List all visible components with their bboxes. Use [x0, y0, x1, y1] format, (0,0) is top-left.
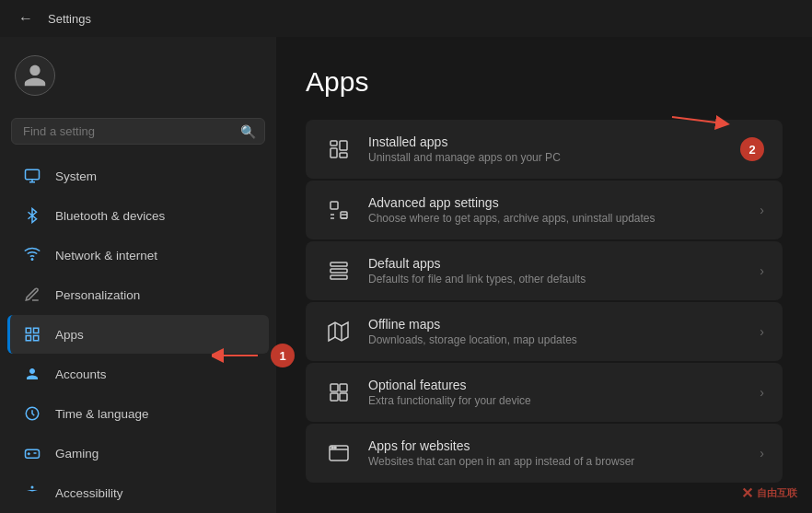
- apps-for-websites-icon: [324, 438, 354, 468]
- svg-point-28: [334, 447, 336, 449]
- apps-icon: [22, 324, 42, 344]
- sidebar-item-bluetooth-label: Bluetooth & devices: [55, 209, 165, 223]
- chevron-icon-default: ›: [760, 263, 764, 278]
- sidebar-item-accounts[interactable]: Accounts: [7, 355, 269, 393]
- chevron-icon: ›: [760, 203, 764, 217]
- svg-rect-9: [331, 141, 337, 146]
- page-title: Apps: [306, 66, 783, 98]
- user-icon: [22, 63, 48, 88]
- advanced-app-settings-subtitle: Choose where to get apps, archive apps, …: [368, 212, 745, 225]
- sidebar-item-accessibility-label: Accessibility: [55, 486, 123, 500]
- svg-rect-24: [331, 393, 338, 401]
- apps-for-websites-text: Apps for websites Websites that can open…: [368, 438, 745, 468]
- installed-apps-icon: [324, 134, 354, 164]
- default-apps-text: Default apps Defaults for file and link …: [368, 256, 745, 286]
- watermark-x: ✕: [741, 484, 753, 502]
- personalization-icon: [22, 285, 42, 305]
- sidebar-item-personalization[interactable]: Personalization: [7, 275, 269, 314]
- svg-rect-11: [340, 141, 347, 150]
- installed-apps-title: Installed apps: [368, 134, 725, 149]
- annotation-arrow-2: [663, 103, 737, 131]
- sidebar-item-accessibility[interactable]: Accessibility: [7, 473, 269, 512]
- sidebar-item-system-label: System: [55, 169, 97, 183]
- system-icon: [22, 166, 42, 186]
- watermark: ✕ 自由互联: [741, 484, 797, 502]
- sidebar-item-bluetooth[interactable]: Bluetooth & devices: [7, 196, 269, 235]
- svg-rect-23: [340, 384, 347, 391]
- sidebar-item-network[interactable]: Network & internet: [7, 236, 269, 274]
- installed-apps-card[interactable]: Installed apps Uninstall and manage apps…: [306, 120, 783, 179]
- offline-maps-title: Offline maps: [368, 317, 745, 332]
- annotation-badge-2: 2: [740, 137, 764, 161]
- svg-rect-25: [340, 393, 347, 401]
- svg-marker-19: [329, 322, 348, 341]
- svg-rect-22: [331, 384, 338, 391]
- svg-point-1: [31, 259, 33, 261]
- offline-maps-card[interactable]: Offline maps Downloads, storage location…: [306, 302, 783, 361]
- svg-rect-10: [331, 148, 337, 157]
- optional-features-subtitle: Extra functionality for your device: [368, 394, 745, 407]
- watermark-text: 自由互联: [757, 486, 797, 500]
- advanced-app-settings-text: Advanced app settings Choose where to ge…: [368, 195, 745, 225]
- apps-for-websites-subtitle: Websites that can open in an app instead…: [368, 455, 745, 468]
- sidebar-item-time-label: Time & language: [55, 407, 149, 421]
- svg-point-27: [331, 447, 333, 449]
- svg-rect-16: [331, 262, 347, 266]
- search-container: 🔍: [0, 111, 276, 156]
- sidebar-item-system[interactable]: System: [7, 157, 269, 195]
- sidebar-item-gaming[interactable]: Gaming: [7, 434, 269, 472]
- sidebar-item-personalization-label: Personalization: [55, 288, 140, 302]
- optional-features-icon: [324, 378, 354, 407]
- default-apps-card[interactable]: Default apps Defaults for file and link …: [306, 241, 783, 300]
- sidebar-item-accounts-label: Accounts: [55, 367, 107, 381]
- svg-rect-14: [331, 202, 338, 209]
- chevron-icon-maps: ›: [760, 324, 764, 339]
- main-layout: 🔍 System Bluetooth & devices: [0, 37, 812, 513]
- sidebar-item-apps[interactable]: Apps: [7, 315, 269, 354]
- network-icon: [22, 245, 42, 265]
- offline-maps-text: Offline maps Downloads, storage location…: [368, 317, 745, 346]
- advanced-settings-icon: [324, 195, 354, 225]
- svg-rect-5: [34, 336, 39, 341]
- default-apps-subtitle: Defaults for file and link types, other …: [368, 273, 745, 286]
- svg-rect-18: [331, 275, 347, 279]
- back-button[interactable]: ←: [15, 7, 37, 29]
- sidebar: 🔍 System Bluetooth & devices: [0, 37, 276, 513]
- svg-line-13: [672, 117, 723, 123]
- svg-rect-0: [26, 169, 40, 180]
- apps-for-websites-title: Apps for websites: [368, 438, 745, 453]
- content-area: Apps Installed apps Uninstall and manage…: [276, 37, 812, 513]
- gaming-icon: [22, 443, 42, 463]
- title-bar: ← Settings: [0, 0, 812, 37]
- optional-features-text: Optional features Extra functionality fo…: [368, 378, 745, 407]
- title-bar-label: Settings: [48, 12, 91, 26]
- optional-features-card[interactable]: Optional features Extra functionality fo…: [306, 363, 783, 422]
- svg-rect-2: [26, 328, 30, 332]
- default-apps-icon: [324, 256, 354, 286]
- svg-rect-3: [34, 328, 39, 332]
- nav-list: System Bluetooth & devices Network & int…: [0, 156, 276, 513]
- advanced-app-settings-card[interactable]: Advanced app settings Choose where to ge…: [306, 181, 783, 239]
- svg-rect-17: [331, 269, 347, 273]
- sidebar-item-time[interactable]: Time & language: [7, 394, 269, 433]
- offline-maps-icon: [324, 317, 354, 346]
- search-input[interactable]: [11, 118, 265, 145]
- accessibility-icon: [22, 483, 42, 503]
- bluetooth-icon: [22, 205, 42, 226]
- time-icon: [22, 403, 42, 424]
- svg-point-8: [31, 486, 34, 489]
- advanced-app-settings-title: Advanced app settings: [368, 195, 745, 210]
- avatar: [15, 55, 55, 96]
- installed-apps-text: Installed apps Uninstall and manage apps…: [368, 134, 725, 164]
- offline-maps-subtitle: Downloads, storage location, map updates: [368, 333, 745, 346]
- default-apps-title: Default apps: [368, 256, 745, 271]
- chevron-icon-optional: ›: [760, 385, 764, 400]
- svg-rect-4: [26, 336, 30, 341]
- settings-list: Installed apps Uninstall and manage apps…: [306, 120, 783, 483]
- search-wrapper: 🔍: [11, 118, 265, 145]
- user-profile[interactable]: [0, 37, 276, 111]
- apps-for-websites-card[interactable]: Apps for websites Websites that can open…: [306, 424, 783, 483]
- chevron-icon-websites: ›: [760, 446, 764, 461]
- installed-apps-subtitle: Uninstall and manage apps on your PC: [368, 151, 725, 164]
- svg-rect-12: [340, 153, 347, 157]
